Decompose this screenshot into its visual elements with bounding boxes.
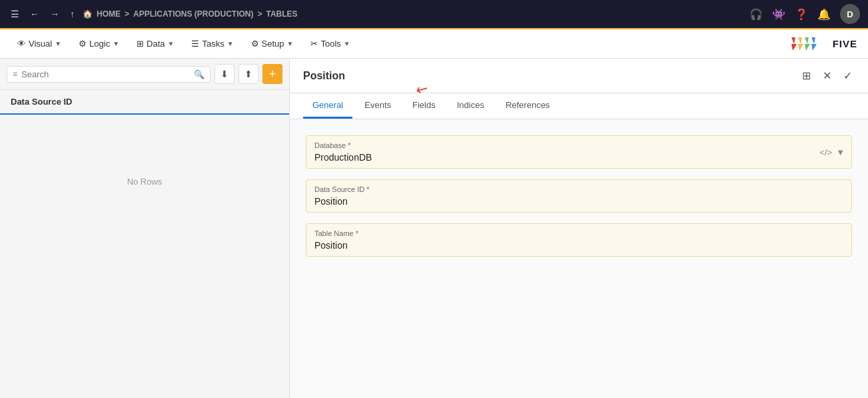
search-icon: 🔍 xyxy=(194,69,205,79)
notification-icon[interactable]: 🔔 xyxy=(817,8,831,21)
left-toolbar: ≡ 🔍 ⬇ ⬆ + xyxy=(0,59,289,90)
logic-icon: ⚙ xyxy=(79,39,87,49)
no-rows-message: No Rows xyxy=(0,115,289,248)
data-icon: ⊞ xyxy=(137,39,144,49)
grid-view-icon[interactable]: ⊞ xyxy=(799,67,813,85)
search-container: ≡ 🔍 xyxy=(7,66,211,83)
datasource-field-box: Data Source ID * Position xyxy=(306,179,852,213)
tab-indices[interactable]: Indices xyxy=(448,93,494,119)
tab-references[interactable]: References xyxy=(496,93,559,119)
tab-fields[interactable]: Fields↗ xyxy=(403,93,445,119)
svg-marker-0 xyxy=(791,37,797,51)
database-field-box: Database * ProductionDB </> ▼ xyxy=(306,135,852,169)
visual-chevron: ▼ xyxy=(55,40,61,47)
dropdown-icon[interactable]: ▼ xyxy=(836,147,845,157)
visual-icon: 👁 xyxy=(17,39,26,49)
database-label: Database * xyxy=(314,141,843,149)
breadcrumb: 🏠 HOME > APPLICATIONS (PRODUCTION) > TAB… xyxy=(83,9,298,19)
tablename-field-box: Table Name * Position xyxy=(306,223,852,257)
database-value: ProductionDB xyxy=(314,152,843,163)
home-icon: 🏠 xyxy=(83,9,93,19)
database-field-actions: </> ▼ xyxy=(819,147,845,157)
svg-marker-3 xyxy=(811,37,817,51)
svg-marker-2 xyxy=(805,37,810,51)
up-icon[interactable]: ↑ xyxy=(67,6,77,22)
main-layout: ≡ 🔍 ⬇ ⬆ + Data Source ID No Rows Positio… xyxy=(0,59,868,398)
tab-events[interactable]: Events xyxy=(355,93,400,119)
setup-icon: ⚙ xyxy=(251,39,259,49)
tablename-label: Table Name * xyxy=(314,229,843,237)
five-text: FIVE xyxy=(833,38,857,49)
logic-chevron: ▼ xyxy=(113,40,119,47)
right-header: Position ⊞ ✕ ✓ xyxy=(290,59,868,93)
hamburger-icon[interactable]: ☰ xyxy=(8,6,22,22)
tabs-bar: General Events Fields↗ Indices Reference… xyxy=(290,93,868,119)
datasource-field: Data Source ID * Position xyxy=(306,179,852,213)
menu-setup[interactable]: ⚙ Setup ▼ xyxy=(244,35,300,53)
menu-logic[interactable]: ⚙ Logic ▼ xyxy=(72,35,126,53)
tasks-icon: ☰ xyxy=(191,39,199,49)
avatar[interactable]: D xyxy=(840,4,860,24)
search-input[interactable] xyxy=(21,69,190,79)
upload-button[interactable]: ⬆ xyxy=(238,64,258,84)
headset-icon[interactable]: 🎧 xyxy=(749,8,763,21)
code-icon[interactable]: </> xyxy=(819,147,832,157)
filter-icon: ≡ xyxy=(13,69,17,79)
datasource-label: Data Source ID * xyxy=(314,185,843,193)
download-button[interactable]: ⬇ xyxy=(215,64,234,84)
left-panel: ≡ 🔍 ⬇ ⬆ + Data Source ID No Rows xyxy=(0,59,290,398)
tablename-value: Position xyxy=(314,240,843,251)
menu-visual[interactable]: 👁 Visual ▼ xyxy=(11,35,68,53)
header-actions: ⊞ ✕ ✓ xyxy=(799,67,855,85)
tools-chevron: ▼ xyxy=(344,40,350,47)
forward-icon[interactable]: → xyxy=(47,6,62,22)
close-icon[interactable]: ✕ xyxy=(820,67,834,85)
right-panel: Position ⊞ ✕ ✓ General Events Fields↗ In… xyxy=(290,59,868,398)
left-content: Data Source ID No Rows xyxy=(0,90,289,398)
five-logo: FIVE xyxy=(790,36,857,52)
datasource-value: Position xyxy=(314,196,843,207)
breadcrumb-sep1: > xyxy=(125,9,129,19)
tools-icon: ✂ xyxy=(310,39,318,49)
breadcrumb-tables[interactable]: TABLES xyxy=(266,9,297,19)
secondary-navbar: 👁 Visual ▼ ⚙ Logic ▼ ⊞ Data ▼ ☰ Tasks ▼ … xyxy=(0,29,868,59)
menu-data[interactable]: ⊞ Data ▼ xyxy=(130,35,181,53)
top-navbar: ☰ ← → ↑ 🏠 HOME > APPLICATIONS (PRODUCTIO… xyxy=(0,0,868,29)
database-field: Database * ProductionDB </> ▼ xyxy=(306,135,852,169)
data-chevron: ▼ xyxy=(168,40,175,47)
logic-label: Logic xyxy=(89,39,110,49)
tasks-chevron: ▼ xyxy=(227,40,234,47)
visual-label: Visual xyxy=(29,39,52,49)
menu-items: 👁 Visual ▼ ⚙ Logic ▼ ⊞ Data ▼ ☰ Tasks ▼ … xyxy=(11,35,357,53)
breadcrumb-home[interactable]: HOME xyxy=(97,9,121,19)
check-icon[interactable]: ✓ xyxy=(841,67,855,85)
breadcrumb-sep2: > xyxy=(257,9,262,19)
setup-chevron: ▼ xyxy=(287,40,294,47)
menu-tasks[interactable]: ☰ Tasks ▼ xyxy=(185,35,240,53)
page-title: Position xyxy=(303,70,345,82)
five-logo-svg xyxy=(790,36,830,52)
data-label: Data xyxy=(147,39,165,49)
svg-marker-1 xyxy=(798,37,803,51)
form-content: Database * ProductionDB </> ▼ Data Sourc… xyxy=(290,119,868,398)
tablename-field: Table Name * Position xyxy=(306,223,852,257)
support-icon[interactable]: 👾 xyxy=(772,8,785,21)
tools-label: Tools xyxy=(320,39,340,49)
menu-tools[interactable]: ✂ Tools ▼ xyxy=(304,35,356,53)
tab-general[interactable]: General xyxy=(303,93,352,119)
setup-label: Setup xyxy=(262,39,284,49)
nav-right: 🎧 👾 ❓ 🔔 D xyxy=(749,4,860,24)
back-icon[interactable]: ← xyxy=(27,6,42,22)
help-icon[interactable]: ❓ xyxy=(795,8,808,21)
nav-left: ☰ ← → ↑ 🏠 HOME > APPLICATIONS (PRODUCTIO… xyxy=(8,6,749,22)
tasks-label: Tasks xyxy=(202,39,224,49)
add-button[interactable]: + xyxy=(262,64,282,84)
column-header: Data Source ID xyxy=(0,90,289,115)
breadcrumb-applications[interactable]: APPLICATIONS (PRODUCTION) xyxy=(133,9,253,19)
